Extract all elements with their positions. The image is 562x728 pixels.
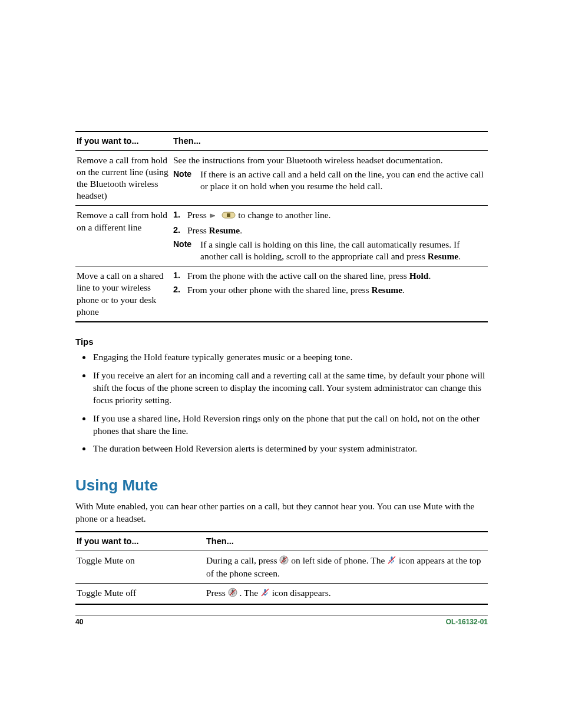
task-cell: Toggle Mute off [75, 584, 205, 605]
action-cell: During a call, press on left side of pho… [205, 551, 488, 584]
step: 1. From the phone with the active call o… [173, 270, 485, 282]
page-number: 40 [75, 618, 83, 626]
note-block: Note If there is an active call and a he… [173, 169, 485, 192]
line-key-icon [222, 210, 236, 222]
step-num: 1. [173, 209, 187, 222]
page-footer: 40 OL-16132-01 [75, 615, 488, 626]
step: 1. Press [173, 209, 485, 222]
note-text: If there is an active call and a held ca… [200, 169, 485, 192]
task-cell: Move a call on a shared line to your wir… [75, 266, 172, 322]
hold-table: If you want to... Then... Remove a call … [75, 131, 488, 322]
section-heading: Using Mute [75, 476, 488, 495]
instruction-line: See the instructions from your Bluetooth… [173, 154, 485, 166]
list-item: If you use a shared line, Hold Reversion… [92, 413, 488, 437]
step-text: Press Resume. [187, 225, 485, 236]
action-cell: 1. From the phone with the active call o… [172, 266, 488, 322]
table-row: Remove a call from hold on the current l… [75, 150, 488, 206]
mute-button-icon [228, 588, 237, 600]
t1-head-c2: Then... [172, 131, 488, 150]
list-item: Engaging the Hold feature typically gene… [92, 351, 488, 364]
note-text: If a single call is holding on this line… [200, 239, 485, 262]
nav-right-icon [209, 210, 220, 222]
list-item: The duration between Hold Reversion aler… [92, 443, 488, 455]
mute-table: If you want to... Then... Toggle Mute on… [75, 531, 488, 605]
table-row: Move a call on a shared line to your wir… [75, 266, 488, 322]
action-cell: See the instructions from your Bluetooth… [172, 150, 488, 206]
t1-head-c1: If you want to... [75, 131, 172, 150]
note-label: Note [173, 239, 200, 262]
step: 2. From your other phone with the shared… [173, 284, 485, 296]
mute-status-icon [387, 555, 396, 568]
step-text: Press [187, 209, 485, 222]
page-content: If you want to... Then... Remove a call … [75, 131, 488, 605]
tips-list: Engaging the Hold feature typically gene… [75, 351, 488, 455]
mute-button-icon [279, 555, 289, 568]
step-text: From your other phone with the shared li… [187, 284, 485, 296]
task-cell: Toggle Mute on [75, 551, 205, 584]
t2-head-c1: If you want to... [75, 532, 205, 551]
step-num: 2. [173, 225, 187, 236]
action-cell: 1. Press [172, 206, 488, 266]
t2-head-c2: Then... [205, 532, 488, 551]
tips-heading: Tips [75, 337, 488, 347]
task-cell: Remove a call from hold on the current l… [75, 150, 172, 206]
step-text: From the phone with the active call on t… [187, 270, 485, 282]
svg-marker-0 [210, 214, 215, 218]
note-block: Note If a single call is holding on this… [173, 239, 485, 262]
list-item: If you receive an alert for an incoming … [92, 370, 488, 407]
mute-status-icon [260, 588, 270, 600]
doc-number: OL-16132-01 [446, 618, 488, 626]
table-row: Toggle Mute on During a call, press on l… [75, 551, 488, 584]
action-cell: Press . The [205, 584, 488, 605]
step: 2. Press Resume. [173, 225, 485, 236]
note-label: Note [173, 169, 200, 192]
table-row: Remove a call from hold on a different l… [75, 206, 488, 266]
section-intro: With Mute enabled, you can hear other pa… [75, 500, 488, 525]
step-num: 1. [173, 270, 187, 282]
step-num: 2. [173, 284, 187, 296]
task-cell: Remove a call from hold on a different l… [75, 206, 172, 266]
table-row: Toggle Mute off Press . The [75, 584, 488, 605]
svg-rect-2 [227, 213, 230, 217]
